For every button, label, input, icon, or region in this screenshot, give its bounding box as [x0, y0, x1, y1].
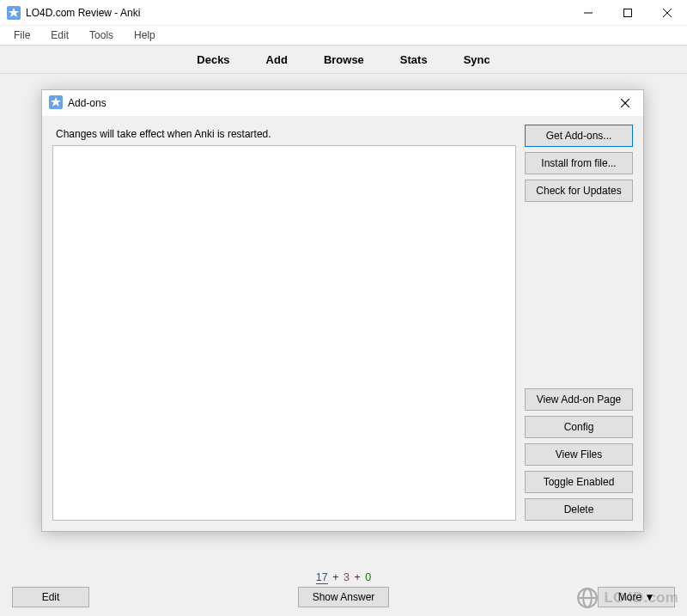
tab-browse[interactable]: Browse [319, 50, 369, 70]
dialog-sidebar: Get Add-ons... Install from file... Chec… [525, 125, 633, 521]
anki-icon [7, 6, 21, 20]
count-new: 17 [316, 571, 328, 584]
window-titlebar: LO4D.com Review - Anki [0, 0, 687, 26]
tabbar: Decks Add Browse Stats Sync [0, 45, 687, 74]
dialog-close-button[interactable] [607, 90, 643, 116]
dialog-message: Changes will take effect when Anki is re… [56, 128, 514, 140]
tab-decks[interactable]: Decks [192, 50, 234, 70]
dialog-body: Changes will take effect when Anki is re… [42, 116, 643, 531]
addons-dialog: Add-ons Changes will take effect when An… [41, 89, 644, 532]
tab-sync[interactable]: Sync [459, 50, 495, 70]
menu-tools[interactable]: Tools [81, 27, 122, 43]
close-button[interactable] [647, 0, 687, 26]
config-button[interactable]: Config [525, 416, 633, 438]
toggle-enabled-button[interactable]: Toggle Enabled [525, 471, 633, 493]
check-updates-button[interactable]: Check for Updates [525, 180, 633, 202]
dialog-left: Changes will take effect when Anki is re… [52, 125, 516, 521]
window-title: LO4D.com Review - Anki [26, 7, 568, 19]
card-counts: 17 + 3 + 0 [316, 571, 371, 583]
view-addon-page-button[interactable]: View Add-on Page [525, 388, 633, 411]
show-answer-button[interactable]: Show Answer [298, 587, 389, 607]
delete-button[interactable]: Delete [525, 498, 633, 521]
addons-list[interactable] [52, 145, 516, 521]
tab-stats[interactable]: Stats [395, 50, 433, 70]
anki-icon [49, 95, 63, 112]
dialog-title: Add-ons [68, 97, 607, 109]
get-addons-button[interactable]: Get Add-ons... [525, 125, 633, 147]
main-body: Add-ons Changes will take effect when An… [0, 74, 687, 558]
menu-edit[interactable]: Edit [42, 27, 77, 43]
minimize-button[interactable] [568, 0, 608, 26]
tab-add[interactable]: Add [261, 50, 293, 70]
window-controls [568, 0, 687, 26]
menu-help[interactable]: Help [125, 27, 164, 43]
count-learning: 3 [344, 571, 350, 583]
maximize-button[interactable] [608, 0, 647, 26]
view-files-button[interactable]: View Files [525, 443, 633, 466]
svg-rect-3 [624, 9, 632, 16]
edit-button[interactable]: Edit [12, 587, 89, 607]
count-due: 0 [365, 571, 371, 583]
more-button[interactable]: More ▼ [598, 587, 675, 607]
bottom-bar: 17 + 3 + 0 Edit Show Answer More ▼ [0, 558, 687, 616]
menu-file[interactable]: File [5, 27, 39, 43]
install-from-file-button[interactable]: Install from file... [525, 152, 633, 174]
dialog-titlebar: Add-ons [42, 90, 643, 116]
menubar: File Edit Tools Help [0, 26, 687, 45]
